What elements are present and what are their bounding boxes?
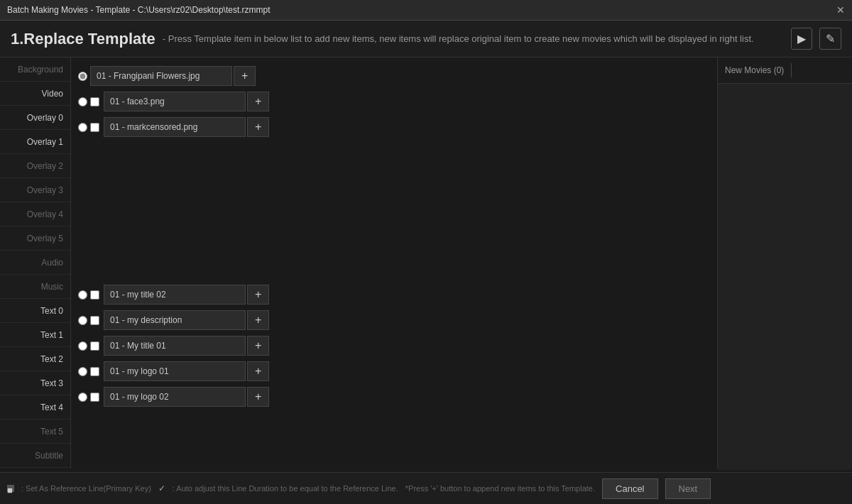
radio-text3[interactable] (78, 367, 87, 376)
label-text1: Text 1 (0, 323, 70, 347)
right-panel: New Movies (0) (717, 57, 852, 469)
label-music: Music (0, 275, 70, 299)
file-btn-text3[interactable]: 01 - my logo 01 (104, 361, 246, 381)
close-icon[interactable]: ✕ (836, 4, 845, 16)
checkbox-overlay0[interactable] (90, 97, 99, 106)
label-overlay4: Overlay 4 (0, 202, 70, 226)
row-text4: 01 - my logo 02 + (78, 385, 710, 408)
label-text0: Text 0 (0, 299, 70, 323)
label-audio: Audio (0, 251, 70, 275)
radio-overlay0[interactable] (78, 97, 87, 106)
file-btn-text2[interactable]: 01 - My title 01 (104, 336, 246, 356)
cancel-button[interactable]: Cancel (602, 478, 657, 499)
radio-text1[interactable] (78, 316, 87, 325)
header-section: 1.Replace Template - Press Template item… (0, 21, 852, 57)
footer: ■ : Set As Reference Line(Primary Key) ✓… (0, 472, 852, 504)
label-subtitle: Subtitle (0, 444, 70, 468)
checkbox-text3[interactable] (90, 367, 99, 376)
center-panel: 01 - Frangipani Flowers.jpg + 01 - face3… (71, 57, 717, 469)
row-video: 01 - Frangipani Flowers.jpg + (78, 65, 710, 87)
label-overlay1: Overlay 1 (0, 130, 70, 154)
header-title: 1.Replace Template (11, 30, 155, 48)
divider (791, 63, 792, 77)
checkbox-overlay1[interactable] (90, 123, 99, 132)
row-overlay0: 01 - face3.png + (78, 90, 710, 113)
square-legend-text: : Set As Reference Line(Primary Key) (21, 484, 151, 493)
right-panel-body (718, 84, 852, 470)
radio-text2[interactable] (78, 341, 87, 351)
play-button[interactable]: ▶ (791, 28, 812, 50)
label-text5: Text 5 (0, 420, 70, 444)
label-overlay3: Overlay 3 (0, 178, 70, 202)
radio-text0[interactable] (78, 290, 87, 300)
empty-rows-gap (78, 141, 710, 283)
file-btn-overlay0[interactable]: 01 - face3.png (104, 92, 246, 111)
label-text2: Text 2 (0, 347, 70, 371)
right-panel-header: New Movies (0) (718, 57, 852, 84)
label-overlay5: Overlay 5 (0, 226, 70, 251)
radio-video[interactable] (78, 72, 87, 81)
radio-text4[interactable] (78, 393, 87, 402)
row-text3: 01 - my logo 01 + (78, 360, 710, 383)
title-bar-text: Batch Making Movies - Template - C:\User… (7, 5, 271, 15)
square-icon: ■ (7, 485, 14, 492)
label-overlay2: Overlay 2 (0, 154, 70, 178)
new-movies-label: New Movies (0) (725, 65, 784, 75)
add-btn-video[interactable]: + (234, 66, 256, 86)
edit-button[interactable]: ✎ (819, 28, 841, 50)
check-legend-text: : Auto adjust this Line Duration to be e… (173, 484, 398, 493)
add-btn-text4[interactable]: + (247, 387, 269, 407)
title-bar: Batch Making Movies - Template - C:\User… (0, 0, 852, 21)
add-btn-text0[interactable]: + (247, 285, 269, 305)
file-btn-text0[interactable]: 01 - my title 02 (104, 285, 246, 305)
radio-overlay1[interactable] (78, 123, 87, 132)
label-video: Video (0, 82, 70, 106)
check-icon: ✓ (158, 483, 165, 493)
label-text4: Text 4 (0, 395, 70, 420)
left-panel: Background Video Overlay 0 Overlay 1 Ove… (0, 57, 71, 469)
row-text1: 01 - my description + (78, 309, 710, 332)
add-btn-text1[interactable]: + (247, 310, 269, 330)
main-content: Background Video Overlay 0 Overlay 1 Ove… (0, 57, 852, 469)
label-background: Background (0, 57, 70, 82)
checkbox-text4[interactable] (90, 393, 99, 402)
checkbox-text1[interactable] (90, 316, 99, 325)
label-text3: Text 3 (0, 371, 70, 395)
checkbox-text2[interactable] (90, 341, 99, 351)
file-btn-text4[interactable]: 01 - my logo 02 (104, 387, 246, 407)
row-text0: 01 - my title 02 + (78, 283, 710, 306)
next-button[interactable]: Next (665, 478, 711, 499)
label-overlay0: Overlay 0 (0, 106, 70, 130)
plus-legend-text: *Press '+' button to append new items to… (405, 484, 595, 493)
checkbox-text0[interactable] (90, 290, 99, 300)
file-btn-overlay1[interactable]: 01 - markcensored.png (104, 117, 246, 137)
add-btn-text2[interactable]: + (247, 336, 269, 356)
row-overlay1: 01 - markcensored.png + (78, 116, 710, 138)
row-text2: 01 - My title 01 + (78, 334, 710, 357)
add-btn-text3[interactable]: + (247, 361, 269, 381)
file-btn-video[interactable]: 01 - Frangipani Flowers.jpg (90, 66, 232, 86)
file-btn-text1[interactable]: 01 - my description (104, 310, 246, 330)
add-btn-overlay0[interactable]: + (247, 92, 269, 111)
add-btn-overlay1[interactable]: + (247, 117, 269, 137)
header-description: - Press Template item in below list to a… (163, 33, 784, 44)
